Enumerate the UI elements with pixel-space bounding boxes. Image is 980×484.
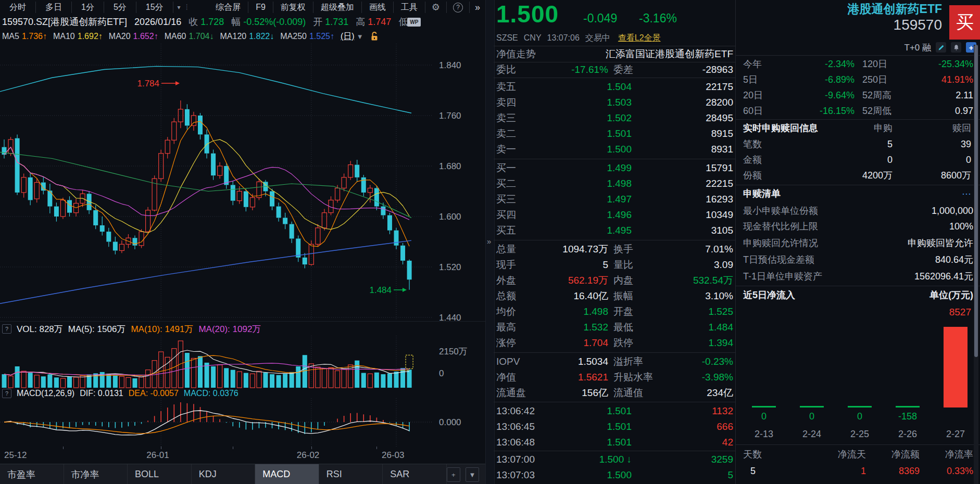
perf-value-2: 2.11 — [956, 90, 973, 101]
field-高: 高1.747 — [356, 16, 391, 28]
ma-item-MA5: MA51.736↑ — [2, 32, 47, 41]
tick-row: 13:06:421.5011132 — [494, 403, 735, 419]
svg-text:1.680: 1.680 — [439, 161, 461, 171]
ask-row[interactable]: 卖三1.50228495 — [494, 110, 735, 126]
edit-icon[interactable] — [936, 42, 946, 53]
bid-row[interactable]: 买三1.49716293 — [494, 192, 735, 207]
perf-value-2: 41.91% — [941, 74, 973, 85]
tick-price: 1.501 — [607, 421, 632, 432]
period-selector[interactable]: (日) — [341, 31, 355, 42]
tool-工具[interactable]: 工具 — [394, 2, 425, 13]
stat-value-2: 3.10% — [705, 290, 733, 302]
buy-button[interactable]: 买 — [949, 5, 980, 40]
x-label-25-12: 25-12 — [4, 450, 27, 461]
help-icon[interactable]: ? — [2, 389, 11, 398]
axis-tick — [311, 447, 312, 449]
ma-value: 1.736↑ — [22, 32, 47, 41]
tab-市净率[interactable]: 市净率 — [64, 464, 128, 484]
view-tab-分时[interactable]: 分时 — [0, 2, 36, 13]
weicha-label: 委差 — [613, 63, 633, 77]
ask-row[interactable]: 卖二1.5018915 — [494, 126, 735, 142]
candlestick-chart[interactable]: 1.8401.7601.6801.6001.5201.4401.7841.484 — [0, 44, 485, 321]
bid-price: 1.496 — [607, 209, 632, 221]
perf-row: 5日-6.89%250日41.91% — [736, 72, 980, 87]
code-name: 159570.SZ[港股通创新药ETF] — [2, 16, 127, 28]
bid-row[interactable]: 买四1.49610349 — [494, 207, 735, 223]
tool-超级叠加[interactable]: 超级叠加 — [313, 2, 362, 13]
tab-市盈率[interactable]: 市盈率 — [0, 464, 64, 484]
field-label: 收 — [189, 16, 198, 28]
stat-value-2: 532.54万 — [693, 274, 733, 287]
netflow-bar-value: 0 — [836, 411, 884, 422]
view-tab-1分[interactable]: 1分 — [72, 2, 104, 13]
tab-RSI[interactable]: RSI — [319, 464, 383, 484]
floating-window-badge[interactable]: WP — [407, 18, 421, 27]
macd-dif: DIF: 0.0131 — [80, 389, 123, 398]
toolbar-expand-icon[interactable]: » — [470, 2, 485, 13]
tool-前复权[interactable]: 前复权 — [273, 2, 313, 13]
macd-chart[interactable]: 0.000 — [0, 398, 485, 447]
quote-time: 13:07:06 — [547, 33, 580, 43]
ask-label: 卖四 — [496, 96, 516, 109]
more-dots-icon[interactable]: ⁞ — [185, 3, 189, 11]
tab-BOLL[interactable]: BOLL — [128, 464, 192, 484]
perf-row: 60日-16.15%52周低0.97 — [736, 103, 980, 119]
bid-row[interactable]: 买一1.49915791 — [494, 160, 735, 176]
netflow-unit: 单位(万元) — [929, 289, 973, 301]
stat-value-1: 1.532 — [583, 322, 608, 333]
summary-label: 净流率 — [945, 448, 973, 461]
bid-row[interactable]: 买五1.4953105 — [494, 223, 735, 238]
tab-KDJ[interactable]: KDJ — [192, 464, 256, 484]
stat-value-1: 1.5621 — [578, 372, 608, 383]
scrollbar-thumb[interactable] — [974, 45, 978, 357]
stat-label-2: 溢折率 — [613, 355, 643, 368]
field-value: -0.52%(-0.009) — [243, 17, 306, 28]
divider-line — [494, 402, 735, 402]
ask-row[interactable]: 卖五1.50422175 — [494, 79, 735, 95]
stat-label-2: 流通值 — [613, 386, 643, 400]
summary-label: 净流额 — [891, 448, 920, 461]
bid-volume: 15791 — [706, 162, 733, 174]
question-circle-icon: ? — [453, 3, 463, 12]
gear-icon[interactable]: ⚙ — [425, 2, 447, 13]
tool-画线[interactable]: 画线 — [362, 2, 394, 13]
tick-volume: 42 — [722, 437, 733, 448]
redeem-value: 100% — [949, 221, 973, 232]
period-caret-icon[interactable]: ▼ — [357, 33, 363, 41]
view-tab-多日[interactable]: 多日 — [36, 2, 72, 13]
perf-label-2: 52周高 — [862, 89, 891, 101]
view-tab-15分[interactable]: 15分 — [136, 2, 173, 13]
help-icon[interactable]: ? — [2, 324, 11, 334]
field-label: 开 — [313, 16, 322, 28]
alert-bell-icon[interactable] — [951, 42, 961, 53]
netflow-summary-header-row: 天数净流天净流额净流率 — [736, 448, 980, 461]
volume-chart[interactable]: 2150万0 — [0, 336, 485, 389]
fund-nav-row[interactable]: 净值走势汇添富国证港股通创新药ETF — [494, 47, 735, 61]
panel-scrollbar[interactable] — [974, 45, 978, 484]
bid-row[interactable]: 买二1.49822215 — [494, 176, 735, 192]
more-link[interactable]: ··· — [962, 188, 971, 199]
stat-label-2: 振幅 — [613, 289, 633, 303]
stat-value-1: 1.498 — [583, 306, 608, 317]
pane-collapse-button[interactable]: ▼ — [466, 467, 479, 482]
bid-price: 1.498 — [607, 178, 632, 189]
security-name-block: 港股通创新药ETF 159570 — [848, 2, 942, 34]
axis-tick — [233, 447, 233, 449]
tool-综合屏[interactable]: 综合屏 — [208, 2, 248, 13]
add-indicator-button[interactable]: + — [447, 467, 460, 482]
period-dropdown-caret[interactable]: ▾ — [173, 2, 185, 13]
ask-row[interactable]: 卖一1.5008931 — [494, 142, 735, 157]
perf-value-1: -2.34% — [825, 59, 855, 70]
chart-toolbar: 分时多日1分5分15分▾⁞综合屏F9前复权超级叠加画线工具⚙?» — [0, 0, 485, 15]
stat-label-1: 外盘 — [496, 274, 516, 287]
help-icon[interactable]: ? — [447, 2, 470, 13]
vol-value: VOL: 828万 — [17, 323, 63, 335]
unlocked-lock-icon[interactable] — [371, 32, 379, 41]
tool-F9[interactable]: F9 — [248, 2, 273, 13]
view-tab-5分[interactable]: 5分 — [104, 2, 136, 13]
l2-link[interactable]: 查看L2全景 — [618, 33, 661, 44]
ask-row[interactable]: 卖四1.50328200 — [494, 95, 735, 110]
redeem-col-header: 赎回 — [952, 122, 971, 134]
tab-SAR[interactable]: SAR — [383, 464, 447, 484]
tab-MACD[interactable]: MACD — [255, 464, 319, 484]
